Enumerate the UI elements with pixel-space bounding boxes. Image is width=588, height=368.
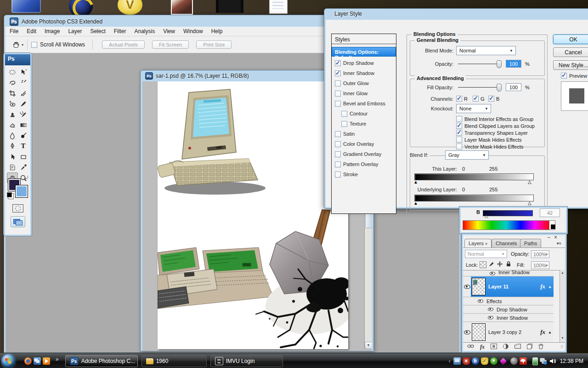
panel-minimize-button[interactable]: −	[547, 234, 550, 241]
tray-security-ok-icon[interactable]: ✓	[481, 357, 488, 365]
hand-tool-preset-icon[interactable]: ▾	[12, 40, 23, 49]
opacity-slider-thumb[interactable]	[497, 60, 502, 68]
channel-g-checkbox[interactable]	[473, 96, 479, 102]
tab-channels[interactable]: Channels	[492, 239, 521, 247]
layer11-fx-badge[interactable]: fx	[540, 283, 545, 290]
style-row-outer-glow[interactable]: Outer Glow	[335, 78, 369, 88]
layer11-thumbnail[interactable]	[472, 278, 486, 295]
tray-volume-icon[interactable]	[549, 357, 556, 365]
this-layer-white-slider[interactable]: △	[528, 180, 531, 184]
background-color-swatch[interactable]	[15, 185, 28, 198]
shape-tool-icon[interactable]	[18, 151, 29, 162]
style-row-drop-shadow[interactable]: Drop Shadow	[335, 58, 374, 68]
quicklaunch-firefox-icon[interactable]	[24, 357, 32, 365]
menu-select[interactable]: Select	[86, 27, 109, 35]
lock-pixels-icon[interactable]	[488, 261, 495, 269]
menu-image[interactable]: Image	[40, 27, 64, 35]
tab-paths[interactable]: Paths	[520, 239, 541, 247]
style-row-bevel-emboss[interactable]: Bevel and Emboss	[335, 98, 385, 109]
knockout-dropdown[interactable]: None	[456, 104, 491, 113]
blend-clipped-checkbox[interactable]	[456, 123, 462, 129]
desktop-icon-v-badge[interactable]: V	[118, 0, 142, 15]
window-titlebar[interactable]: Ps Adobe Photoshop CS3 Extended	[10, 17, 102, 26]
tab-close-icon[interactable]: ×	[485, 242, 487, 246]
tray-steam-icon[interactable]	[510, 357, 518, 365]
opacity-value-field[interactable]: 100	[506, 60, 521, 68]
layer-mask-hides-checkbox[interactable]	[456, 137, 462, 143]
tray-avira-icon[interactable]	[520, 357, 527, 365]
menu-file[interactable]: File	[6, 27, 23, 35]
lock-all-icon[interactable]	[505, 261, 512, 269]
clock[interactable]: 12:38 PM	[560, 358, 583, 364]
default-colors-icon[interactable]	[7, 192, 12, 197]
actual-pixels-button[interactable]: Actual Pixels	[102, 40, 145, 49]
path-selection-tool-icon[interactable]	[7, 151, 18, 162]
scroll-down-arrow-icon[interactable]: ▼	[365, 342, 372, 349]
preview-row[interactable]: Preview	[561, 73, 587, 79]
move-tool-icon[interactable]	[18, 67, 29, 77]
desktop-icon-document[interactable]	[269, 0, 288, 14]
drop-shadow-visibility-icon[interactable]	[488, 308, 493, 311]
quick-mask-button[interactable]	[12, 204, 23, 213]
preview-checkbox[interactable]	[561, 73, 567, 79]
blur-tool-icon[interactable]	[7, 130, 18, 141]
tray-battery-icon[interactable]	[532, 357, 538, 365]
stroke-checkbox[interactable]	[335, 172, 341, 178]
layers-blend-mode-dropdown[interactable]: Normal	[465, 250, 507, 258]
style-row-satin[interactable]: Satin	[335, 129, 355, 139]
layer-row-layer11[interactable]: Layer 11 fx ▲	[471, 276, 554, 297]
vector-mask-hides-checkbox[interactable]	[456, 144, 462, 150]
menu-layer[interactable]: Layer	[64, 27, 86, 35]
inner-glow-checkbox[interactable]	[335, 91, 341, 97]
style-row-stroke[interactable]: Stroke	[335, 169, 358, 179]
panel-close-button[interactable]: ×	[554, 234, 557, 241]
eraser-tool-icon[interactable]	[7, 120, 18, 130]
new-style-button[interactable]: New Style...	[553, 60, 588, 70]
menu-help[interactable]: Help	[207, 27, 227, 35]
healing-tool-icon[interactable]	[7, 98, 18, 109]
taskbar-button-imvu[interactable]: imvu IMVU Login	[210, 355, 283, 367]
blend-clipped-row[interactable]: Blend Clipped Layers as Group	[456, 123, 535, 129]
menu-analysis[interactable]: Analysis	[130, 27, 159, 35]
notes-tool-icon[interactable]	[7, 162, 18, 172]
layer3-thumbnail[interactable]	[472, 323, 486, 341]
tray-downloader-icon[interactable]: ▼	[490, 357, 498, 365]
underlying-white-slider[interactable]: △	[528, 201, 531, 206]
style-row-blending-options[interactable]: Blending Options: Default	[332, 47, 396, 57]
tray-gem-icon[interactable]	[499, 357, 507, 365]
quicklaunch-switcher-icon[interactable]	[34, 357, 41, 365]
satin-checkbox[interactable]	[335, 131, 341, 137]
this-layer-black-slider[interactable]: ▲	[413, 180, 418, 184]
transparency-shapes-row[interactable]: Transparency Shapes Layer	[456, 130, 528, 136]
tab-layers[interactable]: Layers ×	[464, 239, 492, 247]
layers-scrollbar[interactable]: ▲ ▼	[560, 270, 565, 342]
taskbar-button-1960[interactable]: 1960	[141, 355, 207, 367]
fill-opacity-slider[interactable]	[458, 87, 500, 88]
blend-interior-row[interactable]: Blend Interior Effects as Group	[456, 116, 533, 122]
underlying-black-slider[interactable]: ▲	[413, 201, 418, 206]
layer3-name[interactable]: Layer 3 copy 2	[488, 329, 521, 335]
vector-mask-hides-row[interactable]: Vector Mask Hides Effects	[456, 144, 523, 150]
desktop-icon-film[interactable]	[216, 0, 243, 13]
color-overlay-checkbox[interactable]	[335, 141, 341, 147]
crop-tool-icon[interactable]	[7, 88, 18, 98]
menu-view[interactable]: View	[159, 27, 179, 35]
menu-edit[interactable]: Edit	[23, 27, 40, 35]
effect-row-inner-shadow[interactable]: Inner Shadow	[471, 314, 554, 322]
document-titlebar[interactable]: Ps sar-1.psd @ 16.7% (Layer 11, RGB/8)	[145, 72, 249, 80]
menu-window[interactable]: Window	[179, 27, 207, 35]
style-row-pattern-overlay[interactable]: Pattern Overlay	[335, 159, 378, 169]
channel-r-checkbox[interactable]	[456, 96, 462, 102]
toolbox-header[interactable]: Ps	[5, 54, 30, 65]
sharpen-tool-icon[interactable]	[18, 130, 29, 141]
underlying-gradient-bar[interactable]	[414, 195, 534, 201]
lock-transparency-icon[interactable]	[480, 261, 486, 268]
slice-tool-icon[interactable]	[18, 88, 29, 98]
layers-scroll-down-icon[interactable]: ▼	[561, 336, 564, 339]
cancel-button[interactable]: Cancel	[553, 47, 588, 57]
type-tool-icon[interactable]: T	[18, 141, 29, 151]
transparency-shapes-checkbox[interactable]	[456, 130, 462, 136]
layer3-fx-badge[interactable]: fx	[540, 328, 545, 336]
pattern-overlay-checkbox[interactable]	[335, 161, 341, 167]
print-size-button[interactable]: Print Size	[196, 40, 232, 49]
